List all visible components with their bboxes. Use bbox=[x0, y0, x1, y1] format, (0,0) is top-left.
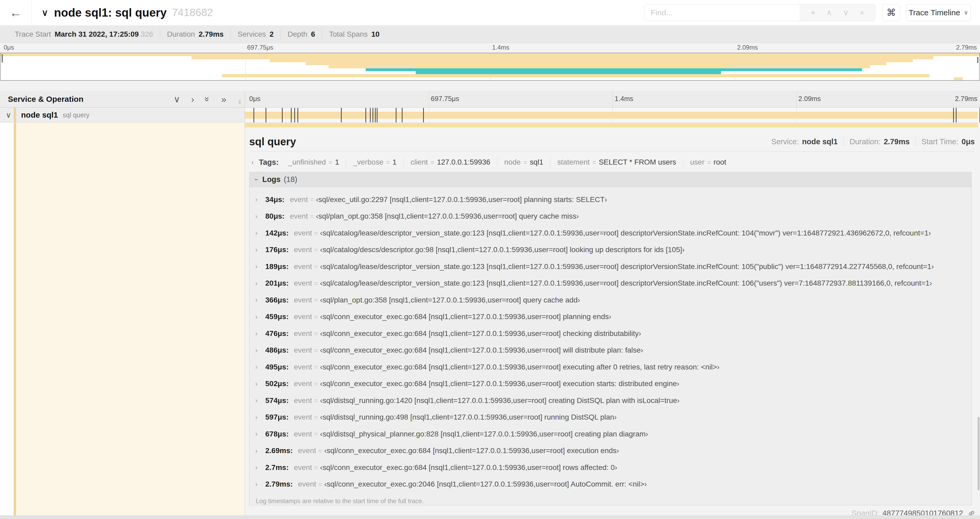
log-equals: = bbox=[314, 313, 318, 321]
minimap-left-handle[interactable] bbox=[2, 54, 3, 62]
log-timestamp: 502μs: bbox=[265, 380, 289, 388]
chevron-right-icon[interactable]: › bbox=[255, 397, 261, 404]
minimap-row bbox=[0, 59, 980, 62]
collapse-all-icon[interactable]: » bbox=[204, 97, 212, 102]
log-timestamp: 597μs: bbox=[265, 413, 289, 422]
chevron-right-icon[interactable]: › bbox=[255, 447, 261, 455]
log-tick bbox=[291, 108, 292, 122]
chevron-right-icon[interactable]: › bbox=[255, 380, 261, 388]
log-row[interactable]: › 459μs: event = ‹sql/conn_executor_exec… bbox=[250, 308, 971, 326]
collapse-one-icon[interactable]: ∨ bbox=[173, 95, 180, 104]
logs-header[interactable]: › Logs (18) bbox=[250, 172, 971, 187]
timeline-tick-label: 2.79ms bbox=[955, 95, 977, 103]
expand-one-icon[interactable]: › bbox=[191, 95, 194, 104]
tags-label: Tags: bbox=[259, 158, 279, 167]
keyboard-shortcuts-button[interactable]: ⌘ bbox=[882, 4, 900, 21]
tag-item[interactable]: statement = SELECT * FROM users bbox=[550, 158, 683, 166]
tag-item[interactable]: _verbose = 1 bbox=[346, 158, 404, 166]
detail-span-bar[interactable] bbox=[245, 123, 978, 128]
collapse-expand-controls: ∨ › » » bbox=[173, 91, 226, 107]
log-row[interactable]: › 189μs: event = ‹sql/catalog/lease/desc… bbox=[250, 258, 971, 275]
timeline-tick-label: 2.79ms bbox=[956, 44, 977, 51]
log-row[interactable]: › 142μs: event = ‹sql/catalog/lease/desc… bbox=[250, 225, 971, 241]
log-tick bbox=[294, 108, 295, 122]
log-row[interactable]: › 34μs: event = ‹sql/exec_util.go:2297 [… bbox=[250, 191, 971, 208]
tag-item[interactable]: client = 127.0.0.1:59936 bbox=[404, 158, 497, 166]
tags-row[interactable]: › Tags: _unfinished = 1 _verbose = 1 cli… bbox=[251, 155, 975, 170]
minimap-row bbox=[0, 71, 980, 74]
tag-item[interactable]: _unfinished = 1 bbox=[282, 158, 346, 166]
minimap-right-handle[interactable] bbox=[977, 57, 978, 63]
chevron-right-icon[interactable]: › bbox=[255, 263, 261, 270]
log-row[interactable]: › 574μs: event = ‹sql/distsql_running.go… bbox=[250, 392, 971, 409]
log-row[interactable]: › 201μs: event = ‹sql/catalog/lease/desc… bbox=[250, 275, 971, 292]
tag-equals: = bbox=[707, 158, 711, 166]
log-row[interactable]: › 2.79ms: event = ‹sql/conn_executor_exe… bbox=[250, 476, 971, 493]
log-row[interactable]: › 80μs: event = ‹sql/plan_opt.go:358 [ns… bbox=[250, 208, 971, 225]
span-bar[interactable] bbox=[245, 112, 978, 119]
log-row[interactable]: › 476μs: event = ‹sql/conn_executor_exec… bbox=[250, 325, 971, 342]
chevron-right-icon[interactable]: › bbox=[255, 330, 261, 337]
back-button[interactable]: ← bbox=[0, 0, 32, 25]
chevron-right-icon[interactable]: › bbox=[255, 229, 261, 237]
chevron-right-icon[interactable]: › bbox=[255, 347, 261, 354]
span-row[interactable]: ∨ node sql1 sql query bbox=[0, 108, 980, 123]
clear-find-icon[interactable]: × bbox=[860, 9, 864, 17]
log-timestamp: 574μs: bbox=[265, 396, 289, 405]
service-operation-label: Service & Operation bbox=[8, 95, 84, 104]
log-event-value: ‹sql/conn_executor_exec.go:2046 [nsql1,c… bbox=[324, 480, 647, 489]
span-row-name-cell[interactable]: ∨ node sql1 sql query bbox=[0, 108, 245, 123]
tag-equals: = bbox=[523, 158, 527, 166]
log-event-key: event bbox=[294, 313, 312, 321]
view-selector-button[interactable]: Trace Timeline ∨ bbox=[906, 4, 971, 21]
find-suffix-buttons: ⌖ ∧ ∨ × bbox=[800, 5, 875, 21]
log-row[interactable]: › 2.7ms: event = ‹sql/conn_executor_exec… bbox=[250, 459, 971, 476]
column-resizer-handle[interactable]: ‖ bbox=[239, 98, 241, 106]
chevron-right-icon[interactable]: › bbox=[255, 313, 261, 321]
tag-item[interactable]: node = sql1 bbox=[497, 158, 550, 166]
chevron-right-icon[interactable]: › bbox=[255, 246, 261, 254]
timeline-tick-label: 0μs bbox=[4, 44, 14, 51]
vertical-scrollbar[interactable] bbox=[978, 417, 980, 490]
chevron-right-icon[interactable]: › bbox=[255, 414, 261, 421]
log-row[interactable]: › 678μs: event = ‹sql/distsql_physical_p… bbox=[250, 426, 971, 442]
logs-count: (18) bbox=[284, 175, 298, 184]
log-timestamp: 495μs: bbox=[265, 363, 289, 371]
log-tick bbox=[402, 108, 402, 122]
minimap-row bbox=[0, 53, 980, 56]
stat-value: 2 bbox=[269, 30, 274, 38]
log-row[interactable]: › 2.69ms: event = ‹sql/conn_executor_exe… bbox=[250, 442, 971, 459]
locate-icon[interactable]: ⌖ bbox=[811, 9, 815, 17]
chevron-down-icon[interactable]: › bbox=[252, 178, 261, 180]
tag-key: client bbox=[411, 158, 428, 166]
next-match-icon[interactable]: ∨ bbox=[843, 9, 849, 17]
chevron-right-icon[interactable]: › bbox=[251, 158, 254, 166]
minimap-span-bar bbox=[270, 59, 913, 62]
trace-title-group[interactable]: ∨ node sql1: sql query 7418682 bbox=[41, 6, 213, 19]
log-row[interactable]: › 486μs: event = ‹sql/conn_executor_exec… bbox=[250, 342, 971, 359]
log-row[interactable]: › 495μs: event = ‹sql/conn_executor_exec… bbox=[250, 359, 971, 375]
chevron-right-icon[interactable]: › bbox=[255, 430, 261, 438]
stat-label: Duration bbox=[167, 30, 195, 38]
chevron-right-icon[interactable]: › bbox=[255, 279, 261, 287]
minimap-canvas[interactable] bbox=[0, 53, 980, 81]
chevron-right-icon[interactable]: › bbox=[255, 212, 261, 220]
log-row[interactable]: › 502μs: event = ‹sql/conn_executor_exec… bbox=[250, 375, 971, 393]
expand-all-icon[interactable]: » bbox=[221, 95, 226, 104]
find-input[interactable] bbox=[644, 5, 800, 21]
log-row[interactable]: › 176μs: event = ‹sql/catalog/descs/desc… bbox=[250, 241, 971, 259]
log-event-key: event bbox=[294, 279, 312, 287]
chevron-right-icon[interactable]: › bbox=[255, 296, 261, 304]
chevron-down-icon[interactable]: ∨ bbox=[41, 7, 48, 18]
log-timestamp: 34μs: bbox=[265, 195, 285, 204]
chevron-right-icon[interactable]: › bbox=[255, 363, 261, 371]
log-row[interactable]: › 366μs: event = ‹sql/plan_opt.go:358 [n… bbox=[250, 292, 971, 308]
chevron-right-icon[interactable]: › bbox=[255, 481, 261, 488]
chevron-right-icon[interactable]: › bbox=[255, 464, 261, 471]
tag-item[interactable]: user = root bbox=[683, 158, 733, 166]
chevron-right-icon[interactable]: › bbox=[255, 196, 261, 203]
prev-match-icon[interactable]: ∧ bbox=[826, 9, 832, 17]
span-row-timeline-cell[interactable] bbox=[245, 108, 980, 123]
chevron-down-icon[interactable]: ∨ bbox=[6, 111, 14, 120]
log-row[interactable]: › 597μs: event = ‹sql/distsql_running.go… bbox=[250, 409, 971, 426]
